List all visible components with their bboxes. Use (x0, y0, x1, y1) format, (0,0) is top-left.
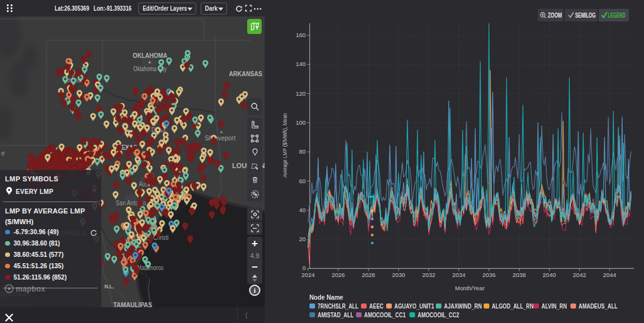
svg-text:40: 40 (299, 207, 306, 213)
svg-text:140: 140 (296, 60, 306, 67)
svg-text:2032: 2032 (422, 271, 435, 278)
svg-text:60: 60 (299, 178, 306, 184)
svg-text:20: 20 (299, 235, 306, 242)
svg-text:2038: 2038 (513, 271, 526, 278)
svg-text:2034: 2034 (452, 271, 465, 278)
svg-text:120: 120 (296, 90, 306, 97)
svg-text:2044: 2044 (603, 271, 616, 278)
svg-text:OKLAHOMA: OKLAHOMA (133, 52, 167, 59)
svg-text:160: 160 (296, 31, 306, 38)
svg-text:2026: 2026 (331, 271, 345, 278)
svg-text:Shreveport: Shreveport (205, 135, 236, 142)
svg-text:2030: 2030 (392, 271, 405, 278)
svg-text:2042: 2042 (573, 271, 586, 278)
svg-text:0: 0 (303, 264, 306, 271)
svg-text:2024: 2024 (301, 271, 314, 278)
svg-text:2028: 2028 (362, 271, 375, 278)
svg-text:100: 100 (296, 119, 306, 126)
svg-text:Average LMP ($/MWh), Mean: Average LMP ($/MWh), Mean (281, 113, 288, 178)
svg-text:80: 80 (299, 148, 306, 155)
svg-text:2040: 2040 (543, 271, 556, 278)
svg-text:Month/Year: Month/Year (455, 285, 485, 292)
svg-text:e: e (1, 150, 5, 157)
svg-text:N.L.: N.L. (104, 283, 114, 290)
svg-text:2036: 2036 (482, 271, 496, 278)
svg-text:ARKANSAS: ARKANSAS (229, 71, 262, 77)
